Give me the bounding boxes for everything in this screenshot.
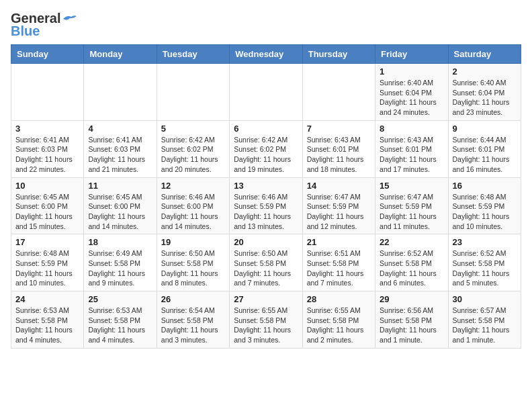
day-number: 4 bbox=[88, 124, 152, 134]
day-number: 1 bbox=[380, 66, 443, 77]
day-number: 11 bbox=[88, 181, 152, 191]
day-detail: Sunrise: 6:52 AM Sunset: 5:58 PM Dayligh… bbox=[380, 248, 443, 288]
calendar-cell: 7Sunrise: 6:43 AM Sunset: 6:01 PM Daylig… bbox=[302, 120, 375, 177]
calendar-cell: 13Sunrise: 6:46 AM Sunset: 5:59 PM Dayli… bbox=[230, 177, 302, 234]
calendar-cell: 3Sunrise: 6:41 AM Sunset: 6:03 PM Daylig… bbox=[11, 120, 84, 177]
day-number: 17 bbox=[15, 237, 79, 247]
day-detail: Sunrise: 6:45 AM Sunset: 6:00 PM Dayligh… bbox=[15, 192, 79, 232]
page-header: General Blue bbox=[11, 11, 521, 39]
calendar-week-row: 24Sunrise: 6:53 AM Sunset: 5:58 PM Dayli… bbox=[11, 291, 521, 349]
day-detail: Sunrise: 6:45 AM Sunset: 6:00 PM Dayligh… bbox=[88, 192, 152, 232]
day-number: 6 bbox=[234, 124, 298, 134]
calendar-cell: 20Sunrise: 6:50 AM Sunset: 5:58 PM Dayli… bbox=[230, 234, 302, 291]
day-number: 9 bbox=[453, 124, 517, 134]
weekday-header: Tuesday bbox=[157, 45, 229, 64]
day-number: 5 bbox=[161, 124, 225, 134]
calendar-cell: 29Sunrise: 6:56 AM Sunset: 5:58 PM Dayli… bbox=[375, 291, 448, 349]
calendar-cell: 30Sunrise: 6:57 AM Sunset: 5:58 PM Dayli… bbox=[448, 291, 521, 349]
weekday-header: Sunday bbox=[11, 45, 84, 64]
day-detail: Sunrise: 6:47 AM Sunset: 5:59 PM Dayligh… bbox=[307, 192, 371, 232]
day-number: 28 bbox=[307, 294, 371, 304]
calendar-week-row: 10Sunrise: 6:45 AM Sunset: 6:00 PM Dayli… bbox=[11, 177, 521, 234]
day-detail: Sunrise: 6:50 AM Sunset: 5:58 PM Dayligh… bbox=[234, 248, 298, 288]
day-number: 15 bbox=[380, 181, 443, 191]
day-number: 22 bbox=[380, 237, 443, 247]
calendar-cell: 2Sunrise: 6:40 AM Sunset: 6:04 PM Daylig… bbox=[448, 64, 521, 121]
calendar-cell: 23Sunrise: 6:52 AM Sunset: 5:58 PM Dayli… bbox=[448, 234, 521, 291]
logo-bird-icon bbox=[62, 13, 77, 24]
calendar-cell: 26Sunrise: 6:54 AM Sunset: 5:58 PM Dayli… bbox=[157, 291, 229, 349]
day-number: 12 bbox=[161, 181, 225, 191]
day-detail: Sunrise: 6:40 AM Sunset: 6:04 PM Dayligh… bbox=[380, 78, 443, 118]
calendar-cell bbox=[302, 64, 375, 121]
calendar-cell: 5Sunrise: 6:42 AM Sunset: 6:02 PM Daylig… bbox=[157, 120, 229, 177]
day-number: 20 bbox=[234, 237, 298, 247]
logo: General Blue bbox=[11, 11, 77, 39]
day-number: 27 bbox=[234, 294, 298, 304]
calendar-cell: 15Sunrise: 6:47 AM Sunset: 5:59 PM Dayli… bbox=[375, 177, 448, 234]
day-detail: Sunrise: 6:48 AM Sunset: 5:59 PM Dayligh… bbox=[15, 248, 79, 288]
day-detail: Sunrise: 6:46 AM Sunset: 6:00 PM Dayligh… bbox=[161, 192, 225, 232]
calendar-week-row: 17Sunrise: 6:48 AM Sunset: 5:59 PM Dayli… bbox=[11, 234, 521, 291]
calendar-header-row: SundayMondayTuesdayWednesdayThursdayFrid… bbox=[11, 45, 521, 64]
day-number: 16 bbox=[453, 181, 517, 191]
calendar-cell bbox=[157, 64, 229, 121]
calendar-cell: 17Sunrise: 6:48 AM Sunset: 5:59 PM Dayli… bbox=[11, 234, 84, 291]
calendar-cell: 21Sunrise: 6:51 AM Sunset: 5:58 PM Dayli… bbox=[302, 234, 375, 291]
day-number: 13 bbox=[234, 181, 298, 191]
calendar-cell: 14Sunrise: 6:47 AM Sunset: 5:59 PM Dayli… bbox=[302, 177, 375, 234]
day-detail: Sunrise: 6:46 AM Sunset: 5:59 PM Dayligh… bbox=[234, 192, 298, 232]
weekday-header: Saturday bbox=[448, 45, 521, 64]
day-number: 21 bbox=[307, 237, 371, 247]
day-detail: Sunrise: 6:41 AM Sunset: 6:03 PM Dayligh… bbox=[88, 135, 152, 175]
calendar-cell bbox=[84, 64, 157, 121]
calendar-cell: 16Sunrise: 6:48 AM Sunset: 5:59 PM Dayli… bbox=[448, 177, 521, 234]
day-detail: Sunrise: 6:55 AM Sunset: 5:58 PM Dayligh… bbox=[307, 306, 371, 345]
day-number: 24 bbox=[15, 294, 79, 304]
calendar-cell: 27Sunrise: 6:55 AM Sunset: 5:58 PM Dayli… bbox=[230, 291, 302, 349]
day-detail: Sunrise: 6:43 AM Sunset: 6:01 PM Dayligh… bbox=[380, 135, 443, 175]
day-number: 30 bbox=[453, 294, 517, 304]
day-detail: Sunrise: 6:53 AM Sunset: 5:58 PM Dayligh… bbox=[15, 306, 79, 345]
day-number: 2 bbox=[453, 66, 517, 77]
weekday-header: Friday bbox=[375, 45, 448, 64]
calendar-cell: 24Sunrise: 6:53 AM Sunset: 5:58 PM Dayli… bbox=[11, 291, 84, 349]
calendar-cell: 8Sunrise: 6:43 AM Sunset: 6:01 PM Daylig… bbox=[375, 120, 448, 177]
day-number: 25 bbox=[88, 294, 152, 304]
calendar-table: SundayMondayTuesdayWednesdayThursdayFrid… bbox=[11, 44, 521, 349]
calendar-cell bbox=[11, 64, 84, 121]
day-detail: Sunrise: 6:54 AM Sunset: 5:58 PM Dayligh… bbox=[161, 306, 225, 345]
day-number: 23 bbox=[453, 237, 517, 247]
day-detail: Sunrise: 6:55 AM Sunset: 5:58 PM Dayligh… bbox=[234, 306, 298, 345]
day-detail: Sunrise: 6:57 AM Sunset: 5:58 PM Dayligh… bbox=[453, 306, 517, 345]
day-detail: Sunrise: 6:52 AM Sunset: 5:58 PM Dayligh… bbox=[453, 248, 517, 288]
day-detail: Sunrise: 6:44 AM Sunset: 6:01 PM Dayligh… bbox=[453, 135, 517, 175]
day-detail: Sunrise: 6:53 AM Sunset: 5:58 PM Dayligh… bbox=[88, 306, 152, 345]
day-detail: Sunrise: 6:42 AM Sunset: 6:02 PM Dayligh… bbox=[234, 135, 298, 175]
day-detail: Sunrise: 6:49 AM Sunset: 5:58 PM Dayligh… bbox=[88, 248, 152, 288]
day-detail: Sunrise: 6:50 AM Sunset: 5:58 PM Dayligh… bbox=[161, 248, 225, 288]
day-number: 14 bbox=[307, 181, 371, 191]
day-number: 26 bbox=[161, 294, 225, 304]
calendar-cell: 12Sunrise: 6:46 AM Sunset: 6:00 PM Dayli… bbox=[157, 177, 229, 234]
calendar-cell: 9Sunrise: 6:44 AM Sunset: 6:01 PM Daylig… bbox=[448, 120, 521, 177]
day-detail: Sunrise: 6:43 AM Sunset: 6:01 PM Dayligh… bbox=[307, 135, 371, 175]
calendar-cell: 19Sunrise: 6:50 AM Sunset: 5:58 PM Dayli… bbox=[157, 234, 229, 291]
day-detail: Sunrise: 6:48 AM Sunset: 5:59 PM Dayligh… bbox=[453, 192, 517, 232]
calendar-cell: 28Sunrise: 6:55 AM Sunset: 5:58 PM Dayli… bbox=[302, 291, 375, 349]
calendar-cell: 11Sunrise: 6:45 AM Sunset: 6:00 PM Dayli… bbox=[84, 177, 157, 234]
day-detail: Sunrise: 6:40 AM Sunset: 6:04 PM Dayligh… bbox=[453, 78, 517, 118]
calendar-week-row: 1Sunrise: 6:40 AM Sunset: 6:04 PM Daylig… bbox=[11, 64, 521, 121]
day-number: 19 bbox=[161, 237, 225, 247]
weekday-header: Monday bbox=[84, 45, 157, 64]
calendar-cell: 18Sunrise: 6:49 AM Sunset: 5:58 PM Dayli… bbox=[84, 234, 157, 291]
day-number: 7 bbox=[307, 124, 371, 134]
calendar-week-row: 3Sunrise: 6:41 AM Sunset: 6:03 PM Daylig… bbox=[11, 120, 521, 177]
calendar-cell: 22Sunrise: 6:52 AM Sunset: 5:58 PM Dayli… bbox=[375, 234, 448, 291]
calendar-cell: 1Sunrise: 6:40 AM Sunset: 6:04 PM Daylig… bbox=[375, 64, 448, 121]
day-number: 29 bbox=[380, 294, 443, 304]
day-number: 8 bbox=[380, 124, 443, 134]
weekday-header: Wednesday bbox=[230, 45, 302, 64]
day-number: 3 bbox=[15, 124, 79, 134]
calendar-cell: 25Sunrise: 6:53 AM Sunset: 5:58 PM Dayli… bbox=[84, 291, 157, 349]
